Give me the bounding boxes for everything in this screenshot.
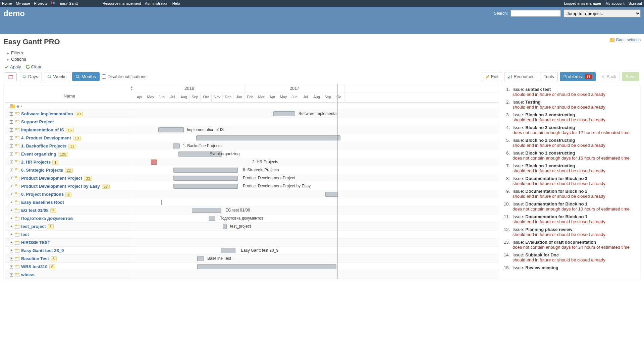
edit-button[interactable]: Edit [482, 72, 502, 81]
project-name[interactable]: Event organizing [21, 152, 56, 157]
calendar-button[interactable] [5, 72, 17, 81]
gantt-bar[interactable] [197, 256, 204, 261]
problem-title[interactable]: Issue: Documentation for Block no 2 [513, 189, 636, 194]
project-name[interactable]: Product Development Project by Easy [21, 184, 100, 189]
folder-open-icon[interactable] [10, 104, 15, 108]
tools-button[interactable]: Tools [540, 72, 557, 81]
gantt-bar[interactable] [151, 160, 157, 165]
problem-title[interactable]: Issue: Planning phase review [513, 227, 636, 232]
gantt-bar[interactable] [173, 176, 238, 181]
project-name[interactable]: Implementation of IS [21, 127, 64, 132]
my-account-link[interactable]: My account [605, 1, 624, 5]
problem-title[interactable]: Issue: Block no 2 constructing [513, 125, 636, 130]
back-button[interactable]: Back [598, 72, 620, 81]
filters-toggle[interactable]: Filters [7, 50, 641, 55]
gantt-bar[interactable] [223, 224, 227, 229]
sign-out-link[interactable]: Sign out [629, 1, 642, 5]
project-name[interactable]: Подготовка документов [21, 216, 73, 221]
expand-icon[interactable]: + [10, 249, 13, 252]
expand-icon[interactable]: + [10, 161, 13, 164]
problem-title[interactable]: Issue: Documentation for Block no 1 [513, 201, 636, 206]
expand-icon[interactable]: + [10, 169, 13, 172]
problem-title[interactable]: Issue: Documentation for Block no 1 [513, 214, 636, 219]
problems-button[interactable]: Problems: 17 [560, 72, 596, 81]
gantt-bar[interactable] [209, 216, 215, 221]
nav-my-page[interactable]: My page [16, 1, 30, 5]
expand-icon[interactable]: + [10, 217, 13, 220]
nav-easy-gantt[interactable]: Easy Gantt [59, 1, 77, 5]
expand-icon[interactable]: + [10, 241, 13, 244]
gantt-bar[interactable] [173, 143, 180, 148]
problem-title[interactable]: Issue: Documentation for Block no 3 [513, 176, 636, 181]
nav-resource-management[interactable]: Resource management [103, 1, 141, 5]
problem-title[interactable]: Issue: Block no 3 constructing [513, 112, 636, 117]
expand-icon[interactable]: + [10, 153, 13, 156]
expand-icon[interactable]: + [10, 144, 13, 148]
project-name[interactable]: Easy Baselines Root [21, 200, 64, 205]
apply-button[interactable]: Apply [5, 64, 21, 69]
expand-icon[interactable]: + [10, 185, 13, 188]
expand-icon[interactable]: + [10, 177, 13, 180]
gantt-bar[interactable] [197, 264, 336, 269]
gantt-bar[interactable] [192, 208, 221, 213]
expand-icon[interactable]: + [10, 273, 13, 277]
project-name[interactable]: WBS test310 [21, 264, 48, 269]
project-name[interactable]: EG test 01/08 [21, 208, 49, 213]
project-name[interactable]: Product Development Project [21, 176, 82, 181]
chevron-down-icon[interactable]: ▾ [21, 105, 22, 108]
expand-icon[interactable]: + [10, 225, 13, 228]
expand-icon[interactable]: + [10, 201, 13, 204]
project-name[interactable]: Software Implementation [21, 111, 73, 116]
gantt-bar[interactable] [158, 127, 184, 132]
expand-icon[interactable]: + [10, 265, 13, 268]
expand-icon[interactable]: + [10, 233, 13, 236]
problem-title[interactable]: Issue: Subtask for Doc [513, 252, 636, 257]
expand-icon[interactable]: + [10, 257, 13, 260]
problem-title[interactable]: Issue: Block no 1 constructing [513, 163, 636, 168]
problem-title[interactable]: Issue: Block no 2 constructing [513, 138, 636, 143]
gantt-bar[interactable] [273, 111, 295, 116]
project-jump-select[interactable]: Jump to a project... [564, 9, 641, 17]
search-input[interactable] [511, 10, 561, 17]
clear-button[interactable]: Clear [26, 64, 42, 69]
gantt-bar[interactable] [325, 192, 338, 197]
expand-icon[interactable]: + [10, 128, 13, 132]
expand-icon[interactable]: + [10, 120, 13, 124]
gantt-bar[interactable] [173, 184, 238, 189]
disable-notifications-input[interactable] [102, 74, 106, 79]
gantt-bar[interactable] [221, 248, 235, 253]
nav-projects[interactable]: Projects [34, 1, 48, 5]
months-button[interactable]: Months [72, 72, 100, 81]
expand-icon[interactable]: + [10, 112, 13, 116]
project-name[interactable]: Baseline Test [21, 256, 49, 261]
project-name[interactable]: test [21, 232, 29, 237]
project-name[interactable]: HIROSE TEST [21, 240, 50, 245]
project-name[interactable]: Support Project [21, 119, 54, 124]
problem-title[interactable]: Issue: Testing [513, 100, 636, 105]
gantt-bar[interactable] [161, 200, 162, 205]
project-name[interactable]: test_project [21, 224, 46, 229]
problem-title[interactable]: Issue: Evaluation of draft documentation [513, 240, 636, 245]
project-name[interactable]: 1. Backoffice Projects [21, 143, 66, 148]
problem-title[interactable]: Issue: Review meeting [513, 265, 636, 270]
project-name[interactable]: wbsss [21, 272, 35, 277]
project-name[interactable]: 0. Project Inceptions [21, 192, 64, 197]
expand-icon[interactable]: + [10, 209, 13, 212]
nav-home[interactable]: Home [2, 1, 12, 5]
scroll-control[interactable]: ▴▾ [131, 85, 132, 91]
project-name[interactable]: 4. Product Development [21, 135, 71, 140]
nav-administration[interactable]: Administration [145, 1, 168, 5]
problem-title[interactable]: Issue: Block no 1 constructing [513, 150, 636, 156]
resources-button[interactable]: Resources [504, 72, 538, 81]
days-button[interactable]: Days [19, 72, 42, 81]
weeks-button[interactable]: Weeks [44, 72, 70, 81]
gantt-bar[interactable] [173, 168, 238, 173]
gantt-bar[interactable] [196, 135, 340, 140]
disable-notifications-checkbox[interactable]: Disable notifications [102, 74, 147, 79]
nav-help[interactable]: Help [172, 1, 180, 5]
project-name[interactable]: 2. HR Projects [21, 160, 51, 165]
problem-title[interactable]: Issue: subtask test [513, 87, 636, 92]
options-toggle[interactable]: Options [7, 57, 641, 62]
expand-icon[interactable]: + [10, 193, 13, 196]
gantt-settings-link[interactable]: Gantt settings [610, 38, 641, 42]
